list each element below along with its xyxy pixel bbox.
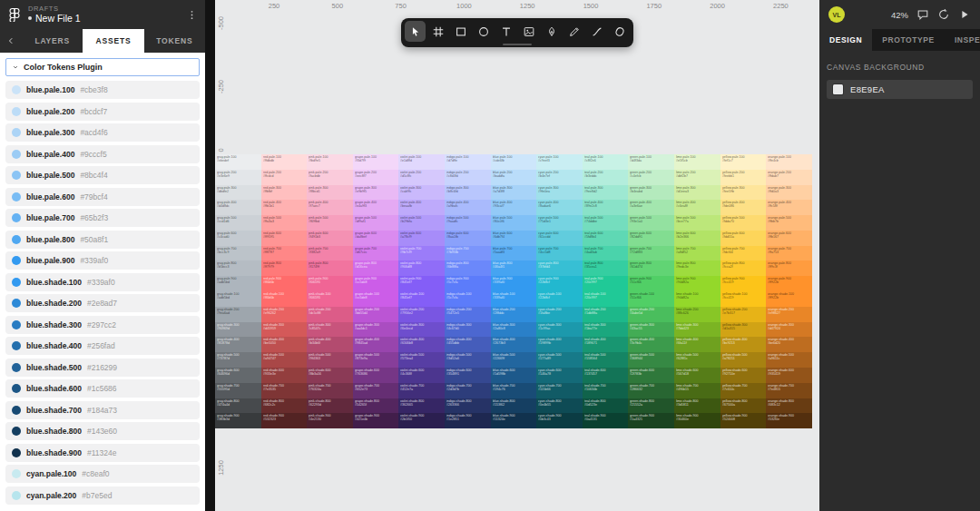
palette-cell[interactable]: cyan.shade.100#22b8cf [536, 291, 583, 307]
palette-cell[interactable]: pink.pale.500#f69fbd [307, 215, 353, 231]
palette-cell[interactable]: grape.pale.900#cc5de8 [353, 276, 399, 291]
palette-cell[interactable]: yellow.pale.400#fde086 [720, 200, 767, 215]
palette-cell[interactable]: red.shade.300#d45959 [261, 322, 308, 338]
palette-cell[interactable]: violet.pale.600#a78cf9 [398, 231, 445, 246]
palette-cell[interactable]: red.pale.700#ff8787 [261, 246, 308, 261]
palette-cell[interactable]: blue.shade.100#339af0 [491, 291, 537, 307]
palette-cell[interactable]: violet.pale.100#e1d8fd [398, 154, 445, 170]
token-list-item[interactable]: blue.shade.400#256fad [5, 337, 200, 355]
palette-cell[interactable]: indigo.pale.300#b8c6fd [445, 185, 491, 201]
palette-cell[interactable]: gray.pale.600#c4cad0 [215, 231, 261, 246]
palette-cell[interactable]: violet.shade.600#4c368f [398, 368, 445, 383]
canvas-background-row[interactable]: E8E9EA [827, 80, 973, 99]
palette-cell[interactable]: indigo.pale.100#d7dffe [445, 154, 491, 170]
palette-cell[interactable]: indigo.shade.600#354891 [445, 368, 491, 383]
palette-cell[interactable]: teal.shade.200#1db88a [583, 307, 629, 322]
palette-cell[interactable]: lime.pale.100#e5f5cb [674, 154, 720, 170]
palette-cell[interactable]: gray.pale.800#b5bcc3 [215, 260, 261, 276]
palette-cell[interactable]: blue.shade.900#11324e [491, 413, 537, 428]
palette-cell[interactable]: lime.shade.500#628f1c [674, 352, 720, 368]
palette-cell[interactable]: lime.shade.900#30460e [674, 413, 720, 428]
palette-cell[interactable]: yellow.shade.100#fcc419 [720, 291, 767, 307]
palette-cell[interactable]: teal.shade.800#0d523e [583, 398, 629, 414]
palette-cell[interactable]: violet.shade.400#6346b8 [398, 337, 445, 352]
palette-cell[interactable]: orange.shade.800#683c12 [766, 398, 812, 414]
palette-cell[interactable]: teal.pale.800#35cea1 [583, 260, 629, 276]
palette-cell[interactable]: orange.shade.900#532f0e [766, 413, 812, 428]
frame-tool[interactable] [427, 21, 448, 42]
palette-cell[interactable]: green.shade.900#1a4321 [628, 413, 674, 428]
palette-cell[interactable]: pink.shade.400#b34b6f [307, 337, 353, 352]
curve-tool[interactable] [586, 21, 607, 42]
token-list-item[interactable]: blue.shade.100#339af0 [5, 273, 200, 291]
palette-cell[interactable]: grape.pale.100#f3d7f9 [353, 154, 399, 170]
palette-cell[interactable]: indigo.pale.700#7b95fb [445, 246, 491, 261]
palette-cell[interactable]: violet.shade.200#7956e2 [398, 307, 445, 322]
palette-cell[interactable]: red.pale.800#ff7979 [261, 260, 308, 276]
palette-cell[interactable]: grape.shade.300#aa4dc1 [353, 322, 399, 338]
palette-cell[interactable]: gray.shade.900#383b3d [215, 413, 261, 428]
palette-cell[interactable]: cyan.shade.800#0e4b55 [536, 398, 583, 414]
palette-cell[interactable]: green.pale.500#93e1a0 [628, 215, 674, 231]
palette-cell[interactable]: red.shade.600#933e3e [261, 368, 308, 383]
palette-cell[interactable]: green.pale.600#82dd91 [628, 231, 674, 246]
kebab-menu-icon[interactable] [186, 9, 198, 21]
palette-cell[interactable]: pink.pale.400#f7aec7 [307, 200, 353, 215]
token-list-item[interactable]: blue.shade.900#11324e [5, 444, 200, 462]
palette-cell[interactable]: blue.shade.500#22669f [491, 352, 537, 368]
palette-cell[interactable]: blue.pale.400#93caf7 [491, 200, 537, 215]
palette-cell[interactable]: grape.shade.900#421e4b [353, 413, 399, 428]
palette-cell[interactable]: grape.shade.500#873e9a [353, 352, 399, 368]
palette-cell[interactable]: orange.pale.900#ff922b [766, 276, 812, 291]
palette-cell[interactable]: red.pale.300#ffbfbf [261, 185, 308, 201]
token-list-item[interactable]: blue.pale.200#bcdcf7 [5, 103, 200, 121]
palette-cell[interactable]: gray.shade.600#64696d [215, 368, 261, 383]
palette-cell[interactable]: yellow.shade.800#67500a [720, 398, 767, 414]
palette-cell[interactable]: cyan.pale.100#c9eef3 [536, 154, 583, 170]
palette-cell[interactable]: cyan.pale.700#4cc5d8 [536, 246, 583, 261]
palette-cell[interactable]: cyan.shade.600#146a78 [536, 368, 583, 383]
palette-cell[interactable]: gray.pale.400#d4d8dc [215, 200, 261, 215]
zoom-level[interactable]: 42% [891, 10, 908, 20]
palette-cell[interactable]: gray.shade.200#9ea6ad [215, 307, 261, 322]
palette-cell[interactable]: gray.shade.300#90969d [215, 322, 261, 338]
palette-cell[interactable]: green.shade.600#2f783b [628, 368, 674, 383]
palette-cell[interactable]: teal.shade.600#137457 [583, 368, 629, 383]
palette-cell[interactable]: indigo.pale.400#a9bafc [445, 200, 491, 215]
palette-cell[interactable]: violet.pale.900#845ef7 [398, 276, 445, 291]
palette-cell[interactable]: yellow.shade.900#524008 [720, 413, 767, 428]
palette-cell[interactable]: lime.pale.600#b2e366 [674, 231, 720, 246]
palette-cell[interactable]: blue.pale.500#80c0f6 [491, 215, 537, 231]
tab-assets[interactable]: ASSETS [83, 29, 143, 53]
palette-cell[interactable]: lime.shade.700#496b15 [674, 383, 720, 398]
tab-tokens[interactable]: TOKENS [144, 29, 205, 53]
palette-cell[interactable]: violet.pale.800#906df8 [398, 260, 445, 276]
token-list-item[interactable]: blue.pale.500#8bc4f4 [5, 166, 200, 184]
palette-cell[interactable]: pink.shade.500#9f4363 [307, 352, 353, 368]
palette-cell[interactable]: teal.pale.900#20c997 [583, 276, 629, 291]
palette-cell[interactable]: red.pale.100#ffdbdb [261, 154, 308, 170]
palette-cell[interactable]: gray.shade.500#73787d [215, 352, 261, 368]
palette-cell[interactable]: red.pale.600#ff9595 [261, 231, 308, 246]
palette-cell[interactable]: lime.shade.100#94d82a [674, 291, 720, 307]
palette-cell[interactable]: orange.shade.500#a9611c [766, 352, 812, 368]
palette-cell[interactable]: indigo.pale.600#8aa1fb [445, 231, 491, 246]
palette-cell[interactable]: cyan.shade.300#1c99ac [536, 322, 583, 338]
palette-cell[interactable]: indigo.shade.300#4c67d0 [445, 322, 491, 338]
palette-cell[interactable]: pink.shade.300#c8547c [307, 322, 353, 338]
palette-cell[interactable]: cyan.pale.400#8adae6 [536, 200, 583, 215]
palette-cell[interactable]: gray.pale.900#adb5bd [215, 276, 261, 291]
token-list-item[interactable]: blue.pale.400#9cccf5 [5, 145, 200, 163]
palette-cell[interactable]: cyan.pale.900#22b8cf [536, 276, 583, 291]
palette-cell[interactable]: gray.pale.500#ccd1d6 [215, 215, 261, 231]
palette-cell[interactable]: pink.shade.600#8b3a56 [307, 368, 353, 383]
token-list-item[interactable]: blue.pale.700#65b2f3 [5, 209, 200, 227]
palette-cell[interactable]: cyan.pale.600#61ccdd [536, 231, 583, 246]
palette-cell[interactable]: red.shade.800#682c2c [261, 398, 308, 414]
palette-cell[interactable]: yellow.shade.300#d1a315 [720, 322, 767, 338]
move-tool[interactable] [405, 21, 426, 42]
palette-cell[interactable]: pink.pale.900#f06595 [307, 276, 353, 291]
palette-cell[interactable]: lime.pale.400#c6ea8f [674, 200, 720, 215]
palette-cell[interactable]: grape.pale.200#eec8f7 [353, 170, 399, 185]
palette-cell[interactable]: indigo.pale.800#6b88fa [445, 260, 491, 276]
